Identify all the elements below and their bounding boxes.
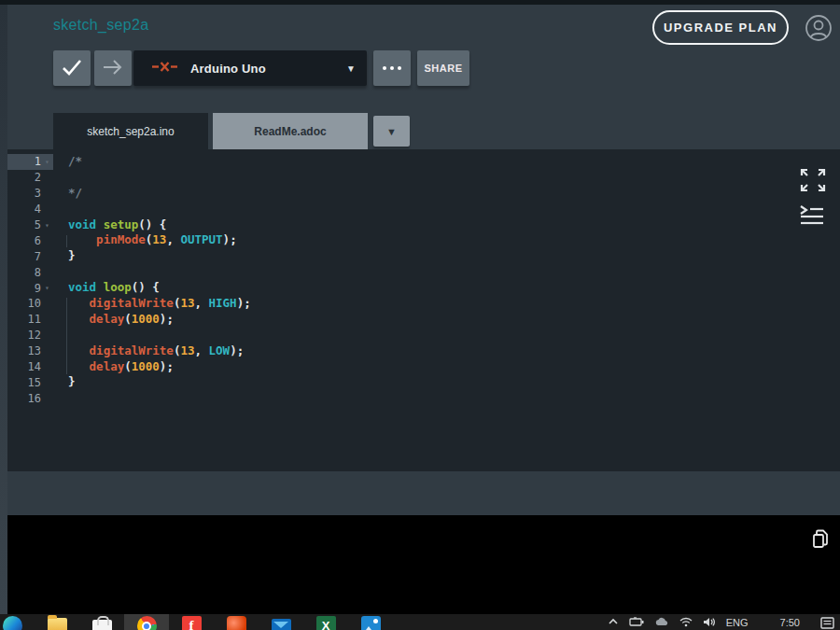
photos-logo bbox=[361, 616, 381, 630]
token-plain: , bbox=[194, 296, 208, 310]
code-line-10[interactable]: digitalWrite(13, HIGH); bbox=[61, 296, 840, 312]
token-keyword: void bbox=[68, 217, 96, 231]
language-indicator[interactable]: ENG bbox=[726, 617, 749, 628]
code-line-15[interactable]: } bbox=[61, 374, 840, 390]
notifications-icon[interactable] bbox=[820, 617, 834, 629]
chevron-down-icon: ▼ bbox=[386, 126, 397, 137]
line-number: 7 bbox=[7, 250, 41, 263]
token-plain: ); bbox=[160, 312, 174, 326]
share-button[interactable]: SHARE bbox=[417, 50, 469, 86]
fullscreen-button[interactable] bbox=[799, 167, 827, 196]
token-constant: OUTPUT bbox=[180, 232, 222, 246]
copy-output-button[interactable] bbox=[810, 528, 833, 553]
token-plain: ); bbox=[223, 232, 237, 246]
token-function: loop bbox=[104, 280, 132, 294]
token-plain: ( bbox=[124, 312, 132, 326]
copy-icon bbox=[810, 539, 833, 553]
upload-button[interactable] bbox=[94, 50, 132, 86]
clock[interactable]: 7:50 bbox=[780, 617, 800, 628]
fold-arrow-icon[interactable]: ▾ bbox=[41, 221, 53, 230]
taskbar-excel-icon[interactable]: X bbox=[303, 614, 348, 630]
token-number: 13 bbox=[180, 296, 194, 310]
taskbar-chrome-icon[interactable] bbox=[124, 614, 169, 630]
token-builtin: delay bbox=[90, 359, 125, 373]
gutter-line-1: 1▾ bbox=[7, 154, 53, 170]
token-comment: */ bbox=[68, 186, 82, 200]
board-disconnected-icon bbox=[152, 60, 177, 77]
token-plain: } bbox=[68, 374, 76, 388]
line-number: 16 bbox=[7, 392, 41, 405]
token-number: 13 bbox=[152, 232, 166, 246]
code-line-14[interactable]: delay(1000); bbox=[61, 359, 840, 375]
token-plain bbox=[68, 312, 90, 326]
fold-arrow-icon[interactable]: ▾ bbox=[41, 158, 53, 166]
gutter-line-3: 3 bbox=[7, 186, 53, 202]
code-editor[interactable]: 1▾2345▾6789▾10111213141516 /**/void setu… bbox=[7, 149, 840, 471]
arrow-right-icon bbox=[102, 59, 124, 78]
gutter-line-5: 5▾ bbox=[7, 217, 53, 233]
volume-icon[interactable] bbox=[703, 617, 716, 627]
battery-icon[interactable] bbox=[629, 617, 644, 626]
token-plain bbox=[96, 217, 104, 231]
profile-avatar-icon[interactable] bbox=[805, 14, 833, 42]
facebook-logo: f bbox=[182, 616, 202, 630]
line-number: 15 bbox=[7, 376, 41, 389]
taskbar-store-icon[interactable] bbox=[79, 614, 124, 630]
code-line-8[interactable] bbox=[61, 264, 840, 280]
taskbar-mail-icon[interactable] bbox=[259, 614, 303, 630]
line-number: 8 bbox=[7, 266, 41, 279]
window-left-edge bbox=[0, 5, 7, 614]
code-line-12[interactable] bbox=[61, 328, 840, 343]
chrome-logo bbox=[137, 616, 157, 630]
gutter-line-13: 13 bbox=[7, 343, 53, 359]
code-pane[interactable]: /**/void setup() { pinMode(13, OUTPUT);}… bbox=[61, 154, 840, 471]
gutter-line-15: 15 bbox=[7, 374, 53, 390]
tab-menu-button[interactable]: ▼ bbox=[373, 116, 410, 147]
code-line-11[interactable]: delay(1000); bbox=[61, 312, 840, 328]
code-line-7[interactable]: } bbox=[61, 248, 840, 264]
code-line-16[interactable] bbox=[61, 390, 840, 406]
excel-logo: X bbox=[316, 616, 336, 630]
taskbar-photos-icon[interactable] bbox=[348, 614, 393, 630]
window-top-edge bbox=[0, 0, 840, 5]
fold-arrow-icon[interactable]: ▾ bbox=[41, 284, 53, 292]
code-line-5[interactable]: void setup() { bbox=[61, 217, 840, 233]
tab-readme[interactable]: ReadMe.adoc bbox=[213, 113, 368, 149]
token-plain bbox=[68, 232, 96, 246]
code-line-13[interactable]: digitalWrite(13, LOW); bbox=[61, 343, 840, 359]
upgrade-plan-button[interactable]: UPGRADE PLAN bbox=[652, 10, 789, 45]
gutter-line-9: 9▾ bbox=[7, 280, 53, 296]
store-logo bbox=[92, 620, 112, 630]
code-line-3[interactable]: */ bbox=[61, 186, 840, 202]
gutter-line-11: 11 bbox=[7, 312, 53, 328]
code-line-6[interactable]: pinMode(13, OUTPUT); bbox=[61, 232, 840, 248]
taskbar-edge-icon[interactable] bbox=[0, 614, 35, 630]
code-line-2[interactable] bbox=[61, 170, 840, 186]
board-selector-dropdown[interactable]: Arduino Uno ▼ bbox=[133, 50, 367, 86]
sketch-title: sketch_sep2a bbox=[53, 17, 148, 34]
token-plain bbox=[96, 280, 104, 294]
code-line-9[interactable]: void loop() { bbox=[61, 280, 840, 296]
verify-button[interactable] bbox=[53, 50, 91, 86]
code-line-1[interactable]: /* bbox=[61, 154, 840, 170]
indent-guide bbox=[66, 298, 67, 374]
more-options-button[interactable] bbox=[373, 50, 411, 86]
line-number: 1 bbox=[7, 155, 41, 168]
token-plain: , bbox=[166, 232, 180, 246]
console-toggle-button[interactable] bbox=[799, 203, 825, 229]
network-icon[interactable] bbox=[679, 617, 693, 627]
onedrive-cloud-icon[interactable] bbox=[654, 617, 669, 626]
taskbar-file-explorer-icon[interactable] bbox=[35, 614, 79, 630]
indent-guide bbox=[66, 235, 67, 248]
token-plain bbox=[68, 359, 90, 373]
taskbar-office-icon[interactable] bbox=[214, 614, 259, 630]
token-constant: LOW bbox=[209, 343, 231, 357]
taskbar-facebook-icon[interactable]: f bbox=[169, 614, 214, 630]
token-plain: ); bbox=[160, 359, 174, 373]
gutter-line-12: 12 bbox=[7, 328, 53, 343]
code-line-4[interactable] bbox=[61, 202, 840, 217]
gutter-line-2: 2 bbox=[7, 170, 53, 186]
board-label: Arduino Uno bbox=[190, 62, 266, 76]
tab-sketch-ino[interactable]: sketch_sep2a.ino bbox=[53, 113, 208, 149]
chevron-up-icon[interactable] bbox=[608, 617, 619, 626]
